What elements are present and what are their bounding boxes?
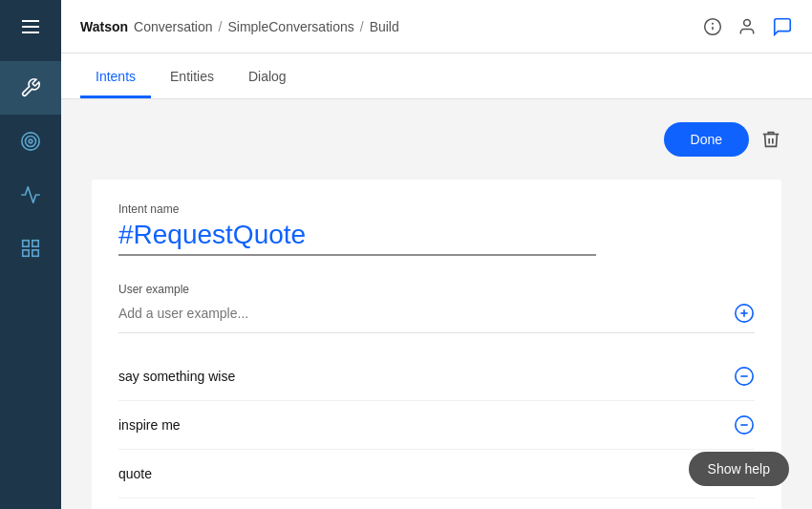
main-content: Watson Conversation / SimpleConversation…	[61, 0, 812, 509]
info-icon-button[interactable]	[703, 17, 722, 36]
breadcrumb-workspace: SimpleConversations	[227, 19, 353, 34]
sidebar	[0, 0, 61, 509]
target-icon	[20, 131, 41, 152]
grid-icon	[20, 238, 41, 259]
example-item: inspire me	[118, 401, 755, 450]
sidebar-item-tools[interactable]	[0, 61, 61, 115]
breadcrumb-sep2: /	[360, 19, 364, 34]
add-example-button[interactable]	[734, 303, 755, 324]
tab-entities[interactable]: Entities	[155, 57, 229, 98]
user-example-row	[118, 302, 755, 333]
remove-example-button[interactable]	[734, 414, 755, 435]
user-icon-button[interactable]	[737, 17, 757, 36]
content-actions: Done	[92, 122, 781, 157]
svg-point-2	[29, 139, 32, 143]
example-item: quote	[118, 450, 755, 498]
analytics-icon	[20, 184, 41, 205]
hamburger-icon	[22, 20, 39, 33]
content-area: Done Intent name #RequestQuote User exam…	[61, 99, 812, 509]
done-button[interactable]: Done	[664, 122, 749, 157]
example-text: quote	[118, 466, 722, 481]
hamburger-menu[interactable]	[0, 0, 61, 53]
intent-name-value: #RequestQuote	[118, 220, 596, 256]
user-example-label: User example	[118, 283, 755, 296]
breadcrumb-sep1: /	[219, 19, 223, 34]
add-circle-icon	[734, 303, 755, 324]
intent-name-label: Intent name	[118, 202, 755, 216]
sidebar-item-target[interactable]	[0, 115, 61, 168]
user-example-input[interactable]	[118, 302, 726, 325]
minus-circle-icon	[734, 414, 755, 435]
chat-icon	[772, 16, 793, 37]
example-item: say something wise	[118, 352, 755, 401]
sidebar-item-grid[interactable]	[0, 222, 61, 275]
svg-rect-3	[23, 241, 29, 246]
minus-circle-icon	[734, 366, 755, 387]
breadcrumb-title-rest: Conversation	[134, 19, 213, 34]
svg-point-10	[744, 19, 751, 26]
breadcrumb: Watson Conversation / SimpleConversation…	[80, 19, 399, 34]
user-icon	[737, 17, 757, 36]
example-text: inspire me	[118, 417, 722, 433]
svg-rect-5	[23, 250, 29, 256]
show-help-button[interactable]: Show help	[689, 452, 789, 486]
topbar: Watson Conversation / SimpleConversation…	[61, 0, 812, 53]
example-list: say something wiseinspire mequote	[118, 352, 755, 498]
breadcrumb-page: Build	[370, 19, 399, 34]
breadcrumb-watson: Watson	[80, 19, 128, 34]
remove-example-button[interactable]	[734, 366, 755, 387]
svg-rect-4	[32, 241, 38, 246]
intent-form: Intent name #RequestQuote User example s…	[92, 180, 781, 509]
tabs: Intents Entities Dialog	[61, 53, 812, 99]
info-icon	[703, 17, 722, 36]
trash-icon	[760, 129, 781, 150]
tab-intents[interactable]: Intents	[80, 57, 151, 98]
example-text: say something wise	[118, 369, 722, 384]
svg-rect-6	[32, 250, 38, 256]
svg-point-0	[22, 133, 39, 150]
tools-icon	[20, 77, 41, 98]
chat-icon-button[interactable]	[772, 16, 793, 37]
delete-button[interactable]	[760, 129, 781, 150]
sidebar-item-analytics[interactable]	[0, 168, 61, 222]
topbar-icons	[703, 16, 793, 37]
tab-dialog[interactable]: Dialog	[233, 57, 302, 98]
sidebar-nav	[0, 53, 61, 275]
svg-point-1	[26, 137, 36, 147]
